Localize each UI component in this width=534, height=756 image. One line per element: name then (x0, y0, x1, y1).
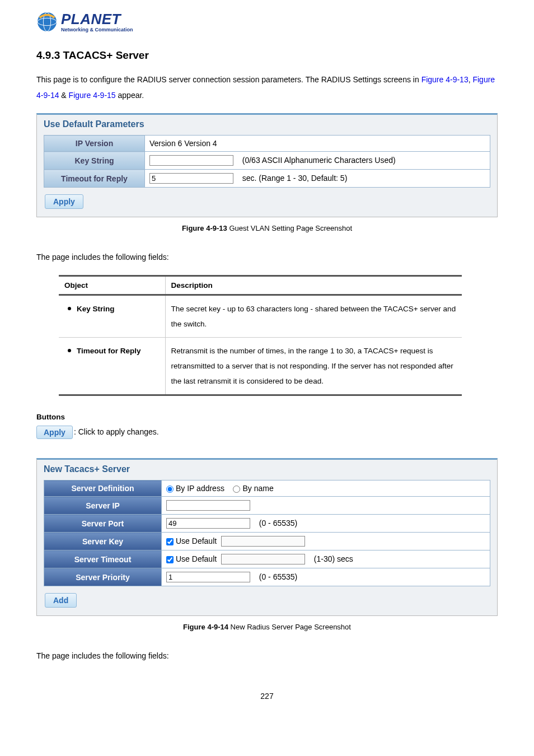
brand-logo: PLANET Networking & Communication (36, 11, 498, 32)
apply-desc: : Click to apply changes. (74, 427, 159, 436)
use-default-parameters-panel: Use Default Parameters IP Version Versio… (36, 113, 498, 217)
ip-version-label: IP Version (44, 136, 145, 152)
server-priority-label: Server Priority (44, 568, 162, 586)
fields-intro-2: The page includes the following fields: (36, 648, 498, 664)
panel1-title: Use Default Parameters (37, 115, 497, 135)
server-port-input[interactable] (166, 518, 250, 529)
caption1-bold: Figure 4-9-13 (182, 224, 227, 232)
desc-desc-1: Retransmit is the number of times, in th… (165, 338, 462, 395)
panel2-title: New Tacacs+ Server (37, 460, 497, 480)
section-heading: 4.9.3 TACACS+ Server (36, 49, 498, 62)
timeout-reply-hint: sec. (Range 1 - 30, Default: 5) (242, 174, 348, 183)
radio-by-name[interactable] (233, 486, 240, 493)
globe-icon (36, 11, 58, 32)
bullet-icon (68, 307, 71, 310)
intro-pre: This page is to configure the RADIUS ser… (36, 75, 421, 84)
desc-obj-0: Key String (77, 305, 115, 313)
server-timeout-input[interactable] (221, 554, 305, 564)
intro-post: appear. (116, 91, 144, 100)
logo-tagline: Networking & Communication (61, 27, 133, 32)
server-key-usedefault[interactable] (166, 538, 174, 545)
radio-by-name-text: By name (242, 484, 273, 493)
bullet-icon (68, 349, 71, 352)
server-timeout-label: Server Timeout (44, 550, 162, 568)
server-key-input[interactable] (221, 536, 305, 547)
buttons-row: Apply: Click to apply changes. (36, 426, 498, 439)
apply-button-inline[interactable]: Apply (36, 426, 73, 439)
link-fig-4-9-13[interactable]: Figure 4-9-13 (421, 75, 469, 84)
link-fig-4-9-15[interactable]: Figure 4-9-15 (69, 91, 116, 100)
server-timeout-usedefault-label[interactable]: Use Default (166, 554, 217, 563)
caption2-bold: Figure 4-9-14 (183, 623, 228, 631)
server-priority-input[interactable] (166, 572, 250, 582)
apply-button[interactable]: Apply (45, 194, 83, 209)
radio-by-name-label[interactable]: By name (233, 484, 273, 493)
caption2-rest: New Radius Server Page Screenshot (228, 623, 351, 631)
desc-obj-1: Timeout for Reply (77, 347, 141, 355)
logo-text: PLANET Networking & Communication (61, 12, 133, 32)
server-key-usedefault-label[interactable]: Use Default (166, 536, 217, 545)
add-button[interactable]: Add (45, 593, 77, 608)
radio-by-ip-text: By IP address (176, 484, 224, 493)
intro-mid2: & (59, 91, 68, 100)
intro-paragraph: This page is to configure the RADIUS ser… (36, 72, 498, 103)
figure-4-9-14-caption: Figure 4-9-14 New Radius Server Page Scr… (36, 623, 498, 631)
page-number: 227 (36, 692, 498, 701)
logo-word: PLANET (61, 12, 133, 26)
server-port-label: Server Port (44, 515, 162, 533)
key-string-input[interactable] (149, 155, 233, 166)
server-port-hint: (0 - 65535) (259, 519, 297, 528)
panel1-table: IP Version Version 6 Version 4 Key Strin… (44, 135, 490, 188)
radio-by-ip-label[interactable]: By IP address (166, 484, 224, 493)
key-string-hint: (0/63 ASCII Alphanumeric Characters Used… (242, 156, 396, 165)
timeout-reply-input[interactable] (149, 173, 233, 184)
server-ip-input[interactable] (166, 500, 250, 511)
desc-header-object: Object (59, 276, 165, 295)
server-timeout-hint: (1-30) secs (314, 554, 353, 563)
table-row: Timeout for Reply Retransmit is the numb… (59, 338, 462, 395)
server-timeout-usedefault-text: Use Default (176, 554, 217, 563)
object-description-table: Object Description Key String The secret… (59, 275, 462, 396)
caption1-rest: Guest VLAN Setting Page Screenshot (227, 224, 352, 232)
timeout-reply-label: Timeout for Reply (44, 170, 145, 188)
radio-by-ip[interactable] (166, 486, 174, 493)
server-priority-hint: (0 - 65535) (259, 572, 297, 581)
server-ip-label: Server IP (44, 497, 162, 515)
figure-4-9-13-caption: Figure 4-9-13 Guest VLAN Setting Page Sc… (36, 224, 498, 232)
server-timeout-usedefault[interactable] (166, 556, 174, 563)
panel2-table: Server Definition By IP address By name … (44, 480, 490, 586)
fields-intro-1: The page includes the following fields: (36, 249, 498, 265)
table-row: Key String The secret key - up to 63 cha… (59, 295, 462, 338)
desc-desc-0: The secret key - up to 63 characters lon… (165, 295, 462, 338)
server-definition-label: Server Definition (44, 480, 162, 497)
key-string-label: Key String (44, 152, 145, 170)
new-tacacs-server-panel: New Tacacs+ Server Server Definition By … (36, 458, 498, 616)
server-key-label: Server Key (44, 533, 162, 550)
desc-header-description: Description (165, 276, 462, 295)
buttons-heading: Buttons (36, 413, 498, 421)
ip-version-value: Version 6 Version 4 (145, 136, 490, 152)
server-key-usedefault-text: Use Default (176, 536, 217, 545)
